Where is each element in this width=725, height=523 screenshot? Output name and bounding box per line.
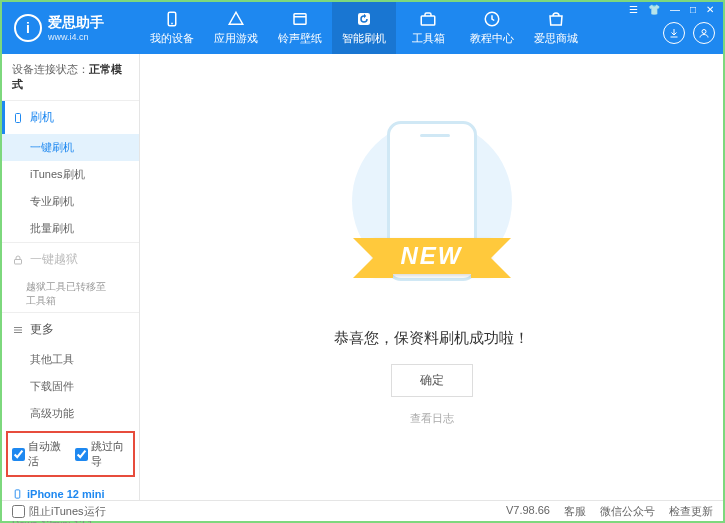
sidebar: 设备连接状态：正常模式 刷机 一键刷机 iTunes刷机 专业刷机 批量刷机 一… — [2, 54, 140, 502]
version-label: V7.98.66 — [506, 504, 550, 519]
content-area: NEW 恭喜您，保资料刷机成功啦！ 确定 查看日志 — [140, 54, 723, 502]
book-icon — [483, 10, 501, 28]
user-icon[interactable] — [693, 22, 715, 44]
tab-tutorials[interactable]: 教程中心 — [460, 2, 524, 54]
status-label: 设备连接状态： — [12, 63, 89, 75]
tab-my-device[interactable]: 我的设备 — [140, 2, 204, 54]
tab-flash[interactable]: 智能刷机 — [332, 2, 396, 54]
user-controls — [663, 22, 715, 44]
svg-rect-12 — [15, 490, 20, 498]
logo-area: i 爱思助手 www.i4.cn — [2, 14, 140, 42]
lock-icon — [12, 254, 24, 266]
sidebar-item-oneclick[interactable]: 一键刷机 — [2, 134, 139, 161]
phone-icon — [163, 10, 181, 28]
section-title: 刷机 — [30, 109, 54, 126]
success-message: 恭喜您，保资料刷机成功啦！ — [334, 329, 529, 348]
phone-icon — [12, 487, 23, 501]
section-flash[interactable]: 刷机 — [2, 101, 139, 134]
auto-activate-checkbox[interactable]: 自动激活 — [12, 439, 67, 469]
store-icon — [547, 10, 565, 28]
wechat-link[interactable]: 微信公众号 — [600, 504, 655, 519]
logo-icon: i — [14, 14, 42, 42]
refresh-icon — [355, 10, 373, 28]
section-title: 一键越狱 — [30, 251, 78, 268]
tab-label: 我的设备 — [150, 31, 194, 46]
menu-icon[interactable]: ☰ — [626, 4, 641, 15]
phone-icon — [12, 112, 24, 124]
tab-label: 工具箱 — [412, 31, 445, 46]
jailbreak-note: 越狱工具已转移至 工具箱 — [2, 276, 139, 312]
sidebar-item-firmware[interactable]: 下载固件 — [26, 373, 139, 400]
checkbox-label: 跳过向导 — [91, 439, 130, 469]
sidebar-item-other[interactable]: 其他工具 — [26, 346, 139, 373]
tab-apps[interactable]: 应用游戏 — [204, 2, 268, 54]
tab-label: 铃声壁纸 — [278, 31, 322, 46]
success-illustration: NEW — [342, 111, 522, 311]
checkbox-label: 阻止iTunes运行 — [29, 504, 106, 519]
more-icon — [12, 324, 24, 336]
ok-button[interactable]: 确定 — [391, 364, 473, 397]
titlebar: i 爱思助手 www.i4.cn 我的设备 应用游戏 铃声壁纸 智能刷机 工具箱 — [2, 2, 723, 54]
svg-rect-2 — [294, 14, 306, 25]
app-name: 爱思助手 — [48, 14, 104, 32]
tab-toolbox[interactable]: 工具箱 — [396, 2, 460, 54]
skin-icon[interactable]: 👕 — [645, 4, 663, 15]
download-icon[interactable] — [663, 22, 685, 44]
sidebar-item-pro[interactable]: 专业刷机 — [26, 188, 139, 215]
sidebar-item-advanced[interactable]: 高级功能 — [26, 400, 139, 427]
app-url: www.i4.cn — [48, 32, 104, 42]
update-link[interactable]: 检查更新 — [669, 504, 713, 519]
svg-point-6 — [702, 30, 706, 34]
minimize-icon[interactable]: — — [667, 4, 683, 15]
apps-icon — [227, 10, 245, 28]
device-name: iPhone 12 mini — [12, 487, 129, 501]
tab-label: 应用游戏 — [214, 31, 258, 46]
svg-rect-4 — [421, 16, 435, 25]
tab-ringtones[interactable]: 铃声壁纸 — [268, 2, 332, 54]
svg-rect-8 — [15, 259, 22, 264]
options-area: 自动激活 跳过向导 — [6, 431, 135, 477]
skip-guide-checkbox[interactable]: 跳过向导 — [75, 439, 130, 469]
sidebar-item-itunes[interactable]: iTunes刷机 — [26, 161, 139, 188]
view-log-link[interactable]: 查看日志 — [410, 411, 454, 426]
support-link[interactable]: 客服 — [564, 504, 586, 519]
sidebar-item-batch[interactable]: 批量刷机 — [26, 215, 139, 242]
new-ribbon: NEW — [373, 238, 491, 274]
checkbox-label: 自动激活 — [28, 439, 67, 469]
tab-store[interactable]: 爱思商城 — [524, 2, 588, 54]
wallpaper-icon — [291, 10, 309, 28]
block-itunes-checkbox[interactable]: 阻止iTunes运行 — [12, 504, 106, 519]
tab-label: 教程中心 — [470, 31, 514, 46]
connection-status: 设备连接状态：正常模式 — [2, 54, 139, 100]
statusbar: 阻止iTunes运行 V7.98.66 客服 微信公众号 检查更新 — [2, 500, 723, 521]
tab-label: 智能刷机 — [342, 31, 386, 46]
section-jailbreak[interactable]: 一键越狱 — [2, 243, 139, 276]
section-more[interactable]: 更多 — [2, 313, 139, 346]
window-controls: ☰ 👕 — □ ✕ — [626, 4, 717, 15]
toolbox-icon — [419, 10, 437, 28]
tab-label: 爱思商城 — [534, 31, 578, 46]
maximize-icon[interactable]: □ — [687, 4, 699, 15]
section-title: 更多 — [30, 321, 54, 338]
close-icon[interactable]: ✕ — [703, 4, 717, 15]
svg-rect-7 — [16, 113, 21, 122]
